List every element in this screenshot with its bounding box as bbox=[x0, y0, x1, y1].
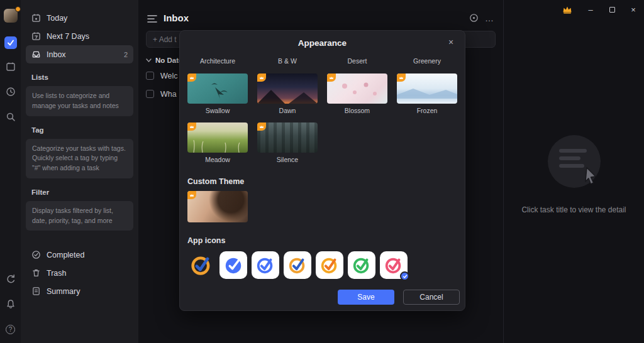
app-icon-option-blue[interactable] bbox=[252, 251, 279, 279]
theme-meadow[interactable]: Meadow bbox=[187, 122, 248, 163]
theme-desert[interactable]: Desert bbox=[327, 57, 387, 65]
sidebar-footer: Completed Trash Summary bbox=[26, 246, 133, 300]
theme-grid: Architecture B & W Desert Greenery Swall… bbox=[180, 55, 465, 163]
main-header: Inbox … bbox=[138, 0, 503, 30]
bird-motif bbox=[187, 74, 248, 104]
restore-button[interactable] bbox=[601, 0, 623, 19]
theme-swallow[interactable]: Swallow bbox=[187, 74, 248, 114]
app-icons-row bbox=[180, 250, 465, 279]
mountain-motif bbox=[257, 74, 318, 104]
theme-thumbnail[interactable] bbox=[397, 74, 457, 104]
dialog-title: Appearance bbox=[298, 38, 347, 48]
filter-hint: Display tasks filtered by list, date, pr… bbox=[26, 201, 133, 231]
task-title[interactable]: Welc bbox=[160, 72, 178, 80]
custom-theme-thumbnail[interactable] bbox=[187, 191, 248, 222]
sidebar-item-label: Next 7 Days bbox=[47, 32, 89, 41]
theme-label: Swallow bbox=[206, 107, 230, 114]
minimize-button[interactable]: – bbox=[580, 0, 601, 19]
more-options-icon[interactable]: … bbox=[485, 13, 494, 23]
app-icon-option-blue-filled[interactable] bbox=[219, 251, 247, 279]
task-detail-panel: Click task title to view the detail bbox=[503, 0, 644, 343]
summary-icon bbox=[31, 286, 41, 296]
ice-motif bbox=[397, 74, 457, 104]
dialog-footer: Save Cancel bbox=[338, 290, 460, 305]
empty-state-graphic bbox=[548, 135, 601, 188]
titlebar-controls: – × bbox=[555, 0, 644, 19]
sidebar-item-inbox[interactable]: Inbox 2 bbox=[26, 45, 133, 63]
premium-badge-icon bbox=[257, 122, 266, 131]
pomodoro-icon[interactable] bbox=[3, 84, 18, 99]
calendar-icon[interactable] bbox=[3, 59, 18, 74]
sidebar-item-label: Today bbox=[47, 14, 67, 23]
cancel-button[interactable]: Cancel bbox=[403, 290, 460, 305]
theme-thumbnail[interactable] bbox=[187, 122, 248, 153]
theme-label: Silence bbox=[277, 156, 298, 163]
theme-thumbnail[interactable] bbox=[257, 122, 318, 153]
sidebar-item-today[interactable]: Today bbox=[26, 9, 133, 27]
sidebar-item-next7days[interactable]: Next 7 Days bbox=[26, 27, 133, 45]
inbox-icon bbox=[31, 50, 41, 59]
restore-icon bbox=[609, 7, 615, 13]
theme-silence[interactable]: Silence bbox=[257, 122, 318, 163]
theme-bw[interactable]: B & W bbox=[257, 57, 318, 65]
dialog-close-icon[interactable]: × bbox=[445, 36, 457, 48]
appearance-dialog: Appearance × Architecture B & W Desert G… bbox=[179, 30, 465, 311]
theme-greenery[interactable]: Greenery bbox=[397, 57, 457, 65]
sync-icon[interactable] bbox=[3, 271, 18, 286]
premium-badge-icon bbox=[187, 191, 196, 199]
app-icon-option-gold-blue[interactable] bbox=[284, 251, 311, 279]
sidebar-item-label: Trash bbox=[47, 269, 67, 278]
bell-icon[interactable] bbox=[3, 297, 18, 312]
collapse-sidebar-icon[interactable] bbox=[147, 14, 157, 23]
app-icon-option-green[interactable] bbox=[348, 251, 375, 279]
app-rail: ? bbox=[0, 0, 21, 343]
theme-thumbnail[interactable] bbox=[327, 74, 387, 104]
today-icon bbox=[31, 13, 41, 23]
empty-state: Click task title to view the detail bbox=[504, 135, 644, 214]
app-icon-option-orange[interactable] bbox=[316, 251, 343, 279]
theme-blossom[interactable]: Blossom bbox=[327, 74, 387, 114]
grass-motif bbox=[187, 122, 248, 153]
chevron-down-icon bbox=[146, 58, 152, 62]
task-checkbox[interactable] bbox=[146, 72, 154, 80]
avatar[interactable] bbox=[4, 9, 18, 23]
inbox-count: 2 bbox=[124, 51, 128, 58]
tasks-app-icon[interactable] bbox=[4, 36, 17, 49]
close-button[interactable]: × bbox=[623, 0, 644, 19]
tag-hint: Categorize your tasks with tags. Quickly… bbox=[26, 139, 133, 178]
help-icon[interactable]: ? bbox=[3, 322, 18, 337]
section-title-lists[interactable]: Lists bbox=[31, 74, 128, 81]
task-title[interactable]: Wha bbox=[160, 90, 177, 99]
cursor-arrow-icon bbox=[583, 166, 599, 185]
task-checkbox[interactable] bbox=[146, 90, 154, 98]
sidebar-item-completed[interactable]: Completed bbox=[26, 246, 133, 264]
search-icon[interactable] bbox=[3, 109, 18, 124]
premium-crown-icon[interactable] bbox=[555, 6, 580, 14]
theme-architecture[interactable]: Architecture bbox=[187, 57, 248, 65]
theme-frozen[interactable]: Frozen bbox=[397, 74, 457, 114]
next7days-icon bbox=[31, 31, 41, 41]
rail-bottom: ? bbox=[3, 261, 18, 343]
document-lines-icon bbox=[559, 149, 587, 168]
app-icons-title: App icons bbox=[187, 236, 457, 245]
sidebar-item-label: Completed bbox=[47, 251, 84, 259]
app-icon-option-pink[interactable] bbox=[380, 251, 408, 279]
sidebar-item-label: Inbox bbox=[47, 50, 66, 59]
notification-badge bbox=[15, 6, 21, 12]
focus-record-icon[interactable] bbox=[469, 13, 479, 23]
theme-label: Dawn bbox=[279, 107, 296, 114]
theme-thumbnail[interactable] bbox=[187, 74, 248, 104]
save-button[interactable]: Save bbox=[338, 290, 394, 305]
section-title-tag[interactable]: Tag bbox=[31, 126, 128, 134]
theme-thumbnail[interactable] bbox=[257, 74, 318, 104]
app-icon-option-classic-dark[interactable] bbox=[187, 251, 215, 279]
section-title-filter[interactable]: Filter bbox=[31, 188, 128, 196]
theme-label: Blossom bbox=[345, 107, 370, 114]
theme-dawn[interactable]: Dawn bbox=[257, 74, 318, 114]
sidebar-item-summary[interactable]: Summary bbox=[26, 282, 133, 300]
sidebar-item-trash[interactable]: Trash bbox=[26, 264, 133, 282]
page-title: Inbox bbox=[164, 13, 189, 23]
trash-icon bbox=[31, 268, 41, 278]
flower-motif bbox=[327, 74, 387, 104]
lists-hint: Use lists to categorize and manage your … bbox=[26, 86, 133, 116]
